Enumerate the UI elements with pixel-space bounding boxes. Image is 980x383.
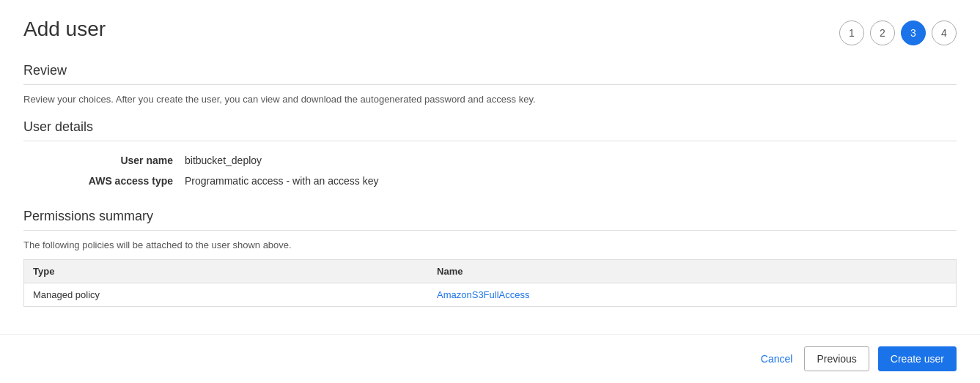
cancel-button[interactable]: Cancel [758, 347, 796, 371]
table-row: Managed policy AmazonS3FullAccess [24, 283, 957, 307]
user-details-section: User details User name bitbucket_deploy … [23, 119, 957, 191]
review-description: Review your choices. After you create th… [23, 94, 957, 105]
permissions-description: The following policies will be attached … [23, 239, 957, 250]
access-type-value: Programmatic access - with an access key [185, 171, 957, 191]
step-2: 2 [870, 21, 895, 45]
step-1: 1 [839, 21, 864, 45]
policy-type: Managed policy [24, 283, 429, 307]
username-value: bitbucket_deploy [185, 150, 957, 171]
permissions-section: Permissions summary The following polici… [23, 209, 957, 307]
permissions-title: Permissions summary [23, 209, 957, 224]
user-details-title: User details [23, 119, 957, 135]
col-name: Name [428, 260, 956, 283]
review-section: Review Review your choices. After you cr… [23, 63, 957, 105]
permissions-table: Type Name Managed policy AmazonS3FullAcc… [23, 259, 957, 307]
col-type: Type [24, 260, 429, 283]
step-4: 4 [932, 21, 957, 45]
permissions-table-header-row: Type Name [24, 260, 957, 283]
review-divider [23, 84, 957, 85]
step-3: 3 [901, 21, 926, 45]
permissions-divider [23, 230, 957, 231]
create-user-button[interactable]: Create user [878, 346, 957, 371]
username-label: User name [23, 150, 185, 171]
header-row: Add user 1 2 3 4 [23, 18, 957, 45]
page-title: Add user [23, 18, 106, 41]
footer-actions: Cancel Previous Create user [0, 334, 980, 383]
policy-name-link[interactable]: AmazonS3FullAccess [437, 289, 529, 300]
table-row: User name bitbucket_deploy [23, 150, 957, 171]
access-type-label: AWS access type [23, 171, 185, 191]
previous-button[interactable]: Previous [804, 346, 869, 371]
table-row: AWS access type Programmatic access - wi… [23, 171, 957, 191]
user-details-divider [23, 141, 957, 141]
review-title: Review [23, 63, 957, 78]
step-indicators: 1 2 3 4 [839, 18, 957, 45]
policy-name: AmazonS3FullAccess [428, 283, 956, 307]
user-details-table: User name bitbucket_deploy AWS access ty… [23, 150, 957, 191]
